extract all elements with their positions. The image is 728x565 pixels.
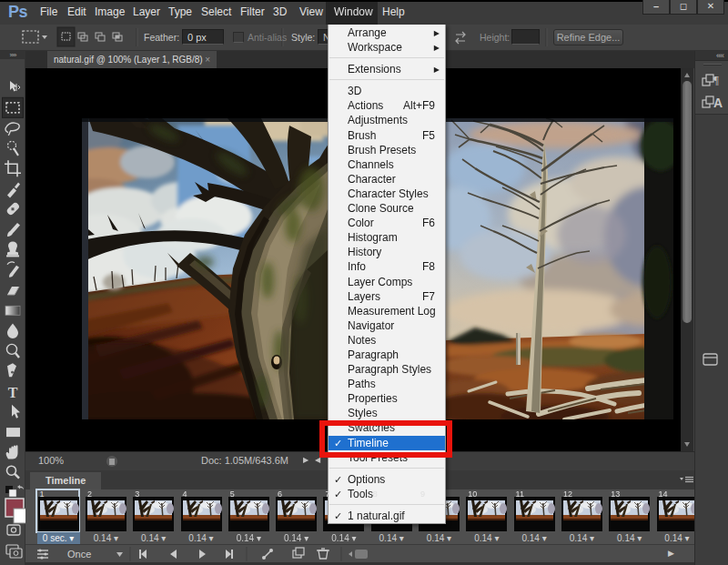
svg-text:Once: Once [67,549,91,560]
svg-text:A: A [713,96,723,110]
svg-text:¶: ¶ [713,73,719,86]
svg-text:T: T [8,385,18,400]
